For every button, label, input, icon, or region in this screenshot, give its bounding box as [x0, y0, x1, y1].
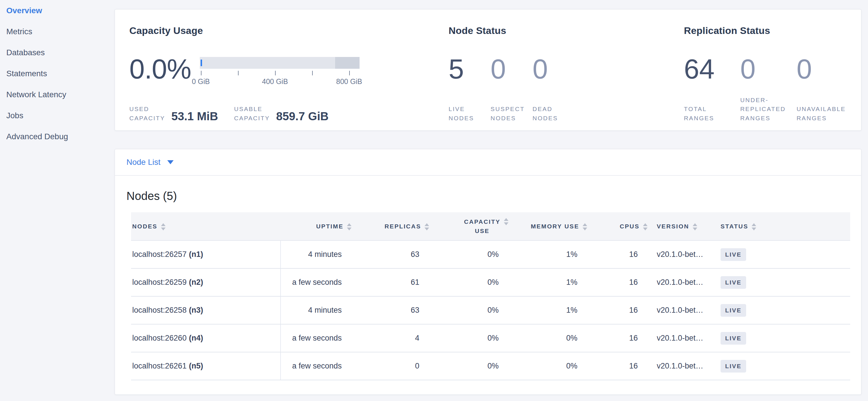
cell-uptime: a few seconds — [281, 352, 353, 380]
nodes-card: Node List Nodes (5) NODESUPTIMEREPLICASC… — [114, 149, 862, 395]
column-header-label: REPLICAS — [384, 222, 421, 231]
sort-arrows-icon — [161, 223, 165, 230]
sort-desc-icon — [643, 228, 648, 230]
sort-arrows-icon — [347, 223, 351, 230]
cell-status: LIVE — [718, 268, 850, 296]
capacity-metrics: USED CAPACITY53.1 MiBUSABLE CAPACITY859.… — [129, 105, 449, 122]
replication-status-section: Replication Status 64TOTAL RANGES0UNDER-… — [684, 25, 853, 122]
node-address-link[interactable]: localhost:26257 — [132, 250, 187, 259]
cell-memory_use: 0% — [510, 352, 589, 380]
cell-nodes: localhost:26257(n1) — [131, 240, 281, 268]
column-header-label: CPUS — [620, 222, 640, 231]
gauge-tick — [238, 71, 239, 75]
sidebar-item-metrics[interactable]: Metrics — [0, 21, 114, 42]
table-row: localhost:26259(n2)a few seconds610%1%16… — [131, 268, 850, 296]
column-header-label: STATUS — [720, 222, 748, 231]
column-header-inner: REPLICAS — [353, 222, 429, 231]
column-header-label: VERSION — [657, 222, 689, 231]
stat-total: 64TOTAL RANGES — [684, 36, 740, 122]
table-row: localhost:26261(n5)a few seconds00%0%16v… — [131, 352, 850, 380]
stat-label: TOTAL RANGES — [684, 105, 740, 122]
sort-arrows-icon — [643, 223, 648, 230]
sidebar-item-jobs[interactable]: Jobs — [0, 105, 114, 126]
column-header-inner: VERSION — [657, 222, 718, 231]
sort-arrows-icon — [504, 218, 508, 225]
stat-dead: 0DEAD NODES — [533, 36, 575, 122]
column-header-memory_use[interactable]: MEMORY USE — [510, 212, 589, 240]
sort-arrows-icon — [583, 223, 587, 230]
column-header-replicas[interactable]: REPLICAS — [353, 212, 431, 240]
capacity-gauge-bar — [200, 57, 360, 69]
cell-cpus: 16 — [589, 240, 649, 268]
node-address-link[interactable]: localhost:26260 — [132, 334, 187, 342]
nodes-table-header-row: NODESUPTIMEREPLICASCAPACITY USEMEMORY US… — [131, 212, 850, 240]
stat-live: 5LIVE NODES — [449, 36, 491, 122]
cell-cpus: 16 — [589, 324, 649, 352]
cell-memory_use: 1% — [510, 268, 589, 296]
column-header-label: UPTIME — [316, 222, 343, 231]
sort-asc-icon — [752, 223, 756, 226]
stat-value: 0 — [491, 55, 533, 83]
column-header-nodes[interactable]: NODES — [131, 212, 281, 240]
nodes-table: NODESUPTIMEREPLICASCAPACITY USEMEMORY US… — [131, 212, 850, 380]
column-header-inner: CAPACITY USE — [431, 217, 508, 235]
sidebar-item-network-latency[interactable]: Network Latency — [0, 84, 114, 105]
cell-replicas: 61 — [353, 268, 431, 296]
sort-desc-icon — [347, 228, 351, 230]
column-header-cpus[interactable]: CPUS — [589, 212, 649, 240]
sidebar-item-overview[interactable]: Overview — [0, 0, 114, 21]
cell-status: LIVE — [718, 296, 850, 324]
cell-version: v20.1.0-bet… — [649, 324, 718, 352]
replication-status-stats: 64TOTAL RANGES0UNDER- REPLICATED RANGES0… — [684, 36, 853, 122]
sort-asc-icon — [504, 218, 508, 221]
stat-label: LIVE NODES — [449, 105, 491, 122]
sort-desc-icon — [752, 228, 756, 230]
column-header-version[interactable]: VERSION — [649, 212, 718, 240]
cell-capacity_use: 0% — [431, 296, 510, 324]
cell-version: v20.1.0-bet… — [649, 268, 718, 296]
cell-cpus: 16 — [589, 296, 649, 324]
node-list-dropdown-label: Node List — [126, 157, 160, 167]
node-address-link[interactable]: localhost:26259 — [132, 278, 187, 287]
column-header-inner: CPUS — [589, 222, 648, 231]
cell-memory_use: 1% — [510, 296, 589, 324]
capacity-metric-label: USED CAPACITY — [129, 105, 165, 122]
cell-nodes: localhost:26259(n2) — [131, 268, 281, 296]
cell-replicas: 63 — [353, 240, 431, 268]
cell-capacity_use: 0% — [431, 240, 510, 268]
cell-status: LIVE — [718, 240, 850, 268]
stat-suspect: 0SUSPECT NODES — [491, 36, 533, 122]
sidebar: OverviewMetricsDatabasesStatementsNetwor… — [0, 0, 114, 401]
capacity-metric-value: 859.7 GiB — [276, 110, 329, 122]
gauge-tick — [275, 71, 276, 75]
cell-uptime: 4 minutes — [281, 240, 353, 268]
nodes-table-body: localhost:26257(n1)4 minutes630%1%16v20.… — [131, 240, 850, 380]
sort-asc-icon — [583, 223, 587, 226]
column-header-inner: STATUS — [720, 222, 850, 231]
sidebar-item-advanced-debug[interactable]: Advanced Debug — [0, 126, 114, 147]
gauge-tick-label: 400 GiB — [262, 77, 288, 86]
sidebar-item-databases[interactable]: Databases — [0, 42, 114, 63]
column-header-label: MEMORY USE — [531, 222, 579, 231]
table-row: localhost:26260(n4)a few seconds40%0%16v… — [131, 324, 850, 352]
status-badge: LIVE — [720, 360, 746, 373]
sort-asc-icon — [693, 223, 697, 226]
gauge-tick — [312, 71, 313, 75]
capacity-metric-used: USED CAPACITY53.1 MiB — [129, 105, 234, 122]
table-row: localhost:26257(n1)4 minutes630%1%16v20.… — [131, 240, 850, 268]
capacity-gauge-used-marker — [200, 60, 202, 66]
column-header-capacity_use[interactable]: CAPACITY USE — [431, 212, 510, 240]
column-header-uptime[interactable]: UPTIME — [281, 212, 353, 240]
status-badge: LIVE — [720, 248, 746, 261]
node-address-link[interactable]: localhost:26261 — [132, 362, 187, 370]
sidebar-item-statements[interactable]: Statements — [0, 63, 114, 84]
main-content: Capacity Usage 0.0% 0 GiB400 GiB800 GiB … — [114, 0, 862, 395]
column-header-status[interactable]: STATUS — [718, 212, 850, 240]
sort-asc-icon — [347, 223, 351, 226]
node-list-dropdown[interactable]: Node List — [115, 149, 861, 176]
capacity-metric-value: 53.1 MiB — [171, 110, 218, 122]
capacity-gauge-axis: 0 GiB400 GiB800 GiB — [200, 69, 360, 89]
node-address-link[interactable]: localhost:26258 — [132, 306, 187, 314]
sort-desc-icon — [583, 228, 587, 230]
cell-capacity_use: 0% — [431, 324, 510, 352]
